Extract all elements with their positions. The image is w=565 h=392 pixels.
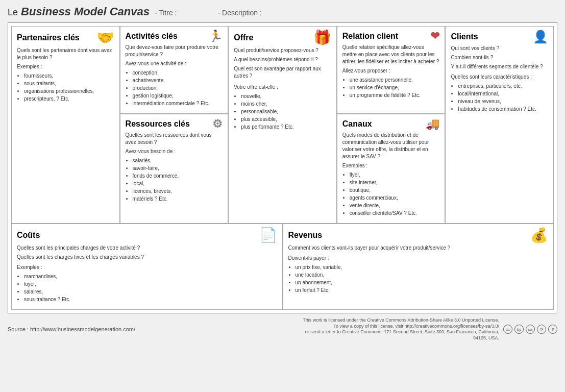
clients-list: entreprises, particuliers, etc. local/in… [458,83,548,113]
remix-icon: ⟳ [537,325,546,334]
relation-list: une assistance personnelle, un service d… [350,77,440,99]
header-title-sep: - Titre : [155,9,177,17]
activites-title: Activités clés 🏃 [126,31,223,42]
ressources-title: Ressources clés ⚙ [126,118,223,130]
cell-couts: Coûts 📄 Quelles sont les principales cha… [11,224,283,310]
couts-list: marchandises, loyer, salaires, sous-trai… [24,273,277,303]
cell-canaux: Canaux 🚚 Quels modes de distribution et … [337,114,446,224]
cell-revenus: Revenus 💰 Comment vos clients vont-ils p… [283,224,554,310]
footer-license: This work is licensed under the Creative… [295,317,499,341]
share-icon: ⇧ [548,325,557,334]
footer-right: This work is licensed under the Creative… [295,317,557,341]
couts-icon: 📄 [259,228,277,242]
ressources-icon: ⚙ [212,118,223,130]
page-footer: Source : http://www.businessmodelgenerat… [8,317,557,341]
canvas-grid: Partenaires clés 🤝 Quels sont les parten… [11,26,554,224]
canaux-list: flyer, site internet, boutique, agents c… [350,172,440,217]
revenus-title: Revenus 💰 [288,228,549,242]
cell-ressources: Ressources clés ⚙ Quelles sont les resso… [120,114,229,224]
relation-icon: ❤ [430,31,439,42]
canaux-text: Quels modes de distribution et de commun… [342,132,440,217]
offre-text: Quel produit/service proposez-vous ? A q… [234,47,331,131]
canvas-container: Partenaires clés 🤝 Quels sont les parten… [8,22,557,313]
clients-text: Qui sont vos clients ? Combien sont-ils … [451,45,548,113]
page-header: Le Business Model Canvas - Titre : - Des… [8,5,557,18]
by-icon: by [514,325,524,334]
sa-icon: sa [526,325,535,334]
couts-title: Coûts 📄 [17,228,277,242]
partenaires-icon: 🤝 [96,31,114,45]
bottom-row: Coûts 📄 Quelles sont les principales cha… [11,224,554,310]
cc-icon: cc [503,325,512,334]
cell-activites: Activités clés 🏃 Que devez-vous faire po… [120,26,229,114]
partenaires-text: Quels sont les partenaires dont vous ave… [17,47,114,103]
partenaires-title: Partenaires clés 🤝 [17,31,114,45]
cell-offre: Offre 🎁 Quel produit/service proposez-vo… [228,26,337,224]
clients-icon: 👤 [533,31,548,43]
canaux-icon: 🚚 [426,118,439,130]
couts-text: Quelles sont les principales charges de … [17,244,277,303]
header-desc-sep: - Description : [217,9,261,17]
activites-icon: 🏃 [209,31,223,42]
footer-cc-icons: cc by sa ⟳ ⇧ [503,325,557,334]
offre-title: Offre 🎁 [234,31,331,45]
revenus-list: un prix fixe, variable, une location, un… [296,264,549,294]
revenus-icon: 💰 [530,228,548,242]
activites-text: Que devez-vous faire pour produire votre… [126,44,223,107]
header-title: Business Model Canvas [21,5,150,18]
cell-relation: Relation client ❤ Quelle relation spécif… [337,26,446,114]
revenus-text: Comment vos clients vont-ils payer pour … [288,244,549,294]
relation-title: Relation client ❤ [342,31,440,42]
relation-text: Quelle relation spécifique allez-vous me… [342,44,440,99]
canaux-title: Canaux 🚚 [342,118,440,130]
ressources-list: salariés, savoir-faire, fonds de commerc… [133,157,223,203]
cell-partenaires: Partenaires clés 🤝 Quels sont les parten… [11,26,120,224]
offre-list: nouvelle, moins cher, personnalisable, p… [241,93,331,131]
header-prefix: Le [8,7,18,18]
clients-title: Clients 👤 [451,31,548,43]
footer-source: Source : http://www.businessmodelgenerat… [8,326,135,332]
activites-list: conception, achat/revente, production, g… [133,69,223,107]
cell-clients: Clients 👤 Qui sont vos clients ? Combien… [445,26,554,224]
ressources-text: Quelles sont les ressources dont vous av… [126,132,223,203]
partenaires-list: fournisseurs, sous-traitants, organisati… [24,72,114,103]
offre-icon: 🎁 [313,31,331,45]
